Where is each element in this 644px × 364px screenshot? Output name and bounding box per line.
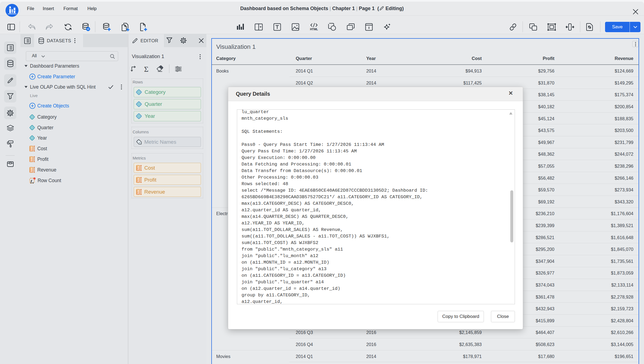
svg-text:HTML: HTML bbox=[310, 28, 318, 31]
svg-text:x: x bbox=[32, 181, 34, 184]
